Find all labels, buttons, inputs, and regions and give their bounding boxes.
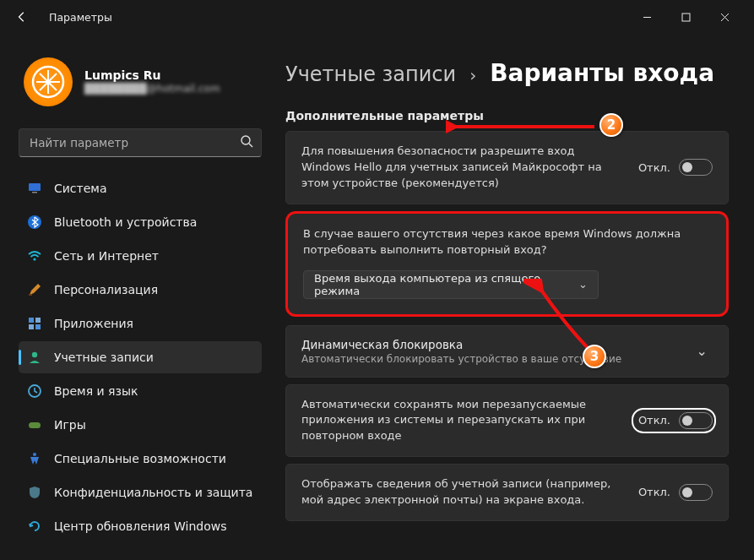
toggle-label: Откл. <box>638 414 670 427</box>
minimize-button[interactable] <box>627 3 666 30</box>
avatar <box>24 57 73 106</box>
accessibility-icon <box>27 451 42 466</box>
sidebar-item-accessibility[interactable]: Специальные возможности <box>19 443 262 475</box>
sidebar-item-system[interactable]: Система <box>19 172 262 204</box>
profile-name: Lumpics Ru <box>84 68 220 83</box>
section-title-additional: Дополнительные параметры <box>285 109 729 122</box>
card-relogin-highlighted: В случае вашего отсутствия через какое в… <box>285 211 729 317</box>
card-dynlock-sub: Автоматически блокировать устройство в в… <box>301 353 683 365</box>
sidebar-item-label: Персонализация <box>54 283 158 296</box>
nav-list: Система Bluetooth и устройства Сеть и Ин… <box>19 172 262 542</box>
gamepad-icon <box>27 417 42 432</box>
chevron-down-icon: ⌄ <box>578 278 588 291</box>
person-icon <box>27 350 42 365</box>
sidebar-item-gaming[interactable]: Игры <box>19 409 262 441</box>
avatar-orange-icon <box>31 65 65 99</box>
svg-rect-17 <box>35 324 41 329</box>
titlebar: Параметры <box>0 0 754 34</box>
sidebar-item-accounts[interactable]: Учетные записи <box>19 341 262 373</box>
svg-rect-16 <box>29 324 34 329</box>
page-title: Варианты входа <box>490 59 714 87</box>
monitor-icon <box>27 181 42 196</box>
chevron-down-icon: ⌄ <box>697 343 713 359</box>
toggle-switch[interactable] <box>679 159 713 176</box>
search-input[interactable] <box>19 128 262 157</box>
close-button[interactable] <box>705 3 744 30</box>
svg-rect-9 <box>29 183 41 191</box>
bluetooth-icon <box>27 215 42 230</box>
relogin-dropdown[interactable]: Время выхода компьютера из спящего режим… <box>303 270 599 299</box>
svg-point-21 <box>33 453 36 456</box>
toggle-label: Откл. <box>638 161 670 174</box>
close-icon <box>720 13 730 22</box>
sidebar-item-label: Время и язык <box>54 384 138 398</box>
annotation-bubble-3: 3 <box>583 345 606 368</box>
svg-point-7 <box>241 136 250 144</box>
svg-rect-1 <box>682 14 690 21</box>
sidebar-item-bluetooth[interactable]: Bluetooth и устройства <box>19 206 262 238</box>
sidebar-item-label: Центр обновления Windows <box>54 519 226 533</box>
svg-rect-13 <box>29 294 32 296</box>
sidebar-item-label: Bluetooth и устройства <box>54 215 197 229</box>
sidebar-item-apps[interactable]: Приложения <box>19 307 262 340</box>
update-icon <box>27 519 42 534</box>
arrow-left-icon <box>16 11 28 23</box>
toggle-switch[interactable] <box>679 412 713 429</box>
svg-rect-10 <box>32 192 37 193</box>
sidebar: Lumpics Ru ████████@hotmail.com Система … <box>0 34 270 560</box>
svg-rect-14 <box>29 318 34 323</box>
sidebar-item-label: Сеть и Интернет <box>54 249 159 263</box>
card-restart-desc: Автоматически сохранять мои перезапускае… <box>301 397 625 445</box>
sidebar-item-network[interactable]: Сеть и Интернет <box>19 240 262 272</box>
svg-rect-20 <box>29 422 41 428</box>
svg-line-8 <box>249 144 252 147</box>
card-relogin-desc: В случае вашего отсутствия через какое в… <box>303 226 711 258</box>
back-button[interactable] <box>10 5 34 29</box>
sidebar-item-label: Специальные возможности <box>54 452 226 465</box>
profile-email: ████████@hotmail.com <box>84 83 220 96</box>
brush-icon <box>27 282 42 297</box>
sidebar-item-label: Приложения <box>54 317 133 330</box>
maximize-icon <box>681 13 691 22</box>
breadcrumb: Учетные записи › Варианты входа <box>285 59 729 87</box>
sidebar-item-personalization[interactable]: Персонализация <box>19 274 262 306</box>
card-dynamic-lock[interactable]: Динамическая блокировка Автоматически бл… <box>285 325 729 378</box>
main-content: Учетные записи › Варианты входа Дополнит… <box>270 34 754 560</box>
svg-point-12 <box>33 258 35 260</box>
toggle-switch[interactable] <box>679 484 713 501</box>
svg-rect-15 <box>35 318 41 323</box>
card-account-info[interactable]: Отображать сведения об учетной записи (н… <box>285 464 729 521</box>
sidebar-item-windows-update[interactable]: Центр обновления Windows <box>19 510 262 542</box>
apps-icon <box>27 316 42 331</box>
card-hello-desc: Для повышения безопасности разрешите вхо… <box>301 144 625 192</box>
search-icon[interactable] <box>240 134 253 151</box>
maximize-button[interactable] <box>666 3 705 30</box>
sidebar-item-label: Игры <box>54 418 86 432</box>
minimize-icon <box>643 13 652 22</box>
sidebar-item-label: Конфиденциальность и защита <box>54 486 252 499</box>
svg-point-18 <box>32 352 37 357</box>
card-accinfo-desc: Отображать сведения об учетной записи (н… <box>301 476 625 508</box>
sidebar-item-label: Учетные записи <box>54 351 154 364</box>
breadcrumb-parent[interactable]: Учетные записи <box>285 63 456 86</box>
card-dynlock-title: Динамическая блокировка <box>301 338 683 351</box>
shield-icon <box>27 485 42 500</box>
annotation-bubble-2: 2 <box>599 113 623 137</box>
titlebar-title: Параметры <box>49 11 112 24</box>
dropdown-value: Время выхода компьютера из спящего режим… <box>314 272 578 297</box>
sidebar-item-privacy[interactable]: Конфиденциальность и защита <box>19 476 262 508</box>
clock-icon <box>27 383 42 399</box>
sidebar-item-label: Система <box>54 182 106 195</box>
toggle-label: Откл. <box>638 486 670 498</box>
profile-block[interactable]: Lumpics Ru ████████@hotmail.com <box>24 57 262 106</box>
chevron-right-icon: › <box>469 65 476 85</box>
card-windows-hello[interactable]: Для повышения безопасности разрешите вхо… <box>285 131 729 204</box>
wifi-icon <box>27 248 42 264</box>
card-restart-apps[interactable]: Автоматически сохранять мои перезапускае… <box>285 384 729 458</box>
sidebar-item-time-language[interactable]: Время и язык <box>19 375 262 407</box>
